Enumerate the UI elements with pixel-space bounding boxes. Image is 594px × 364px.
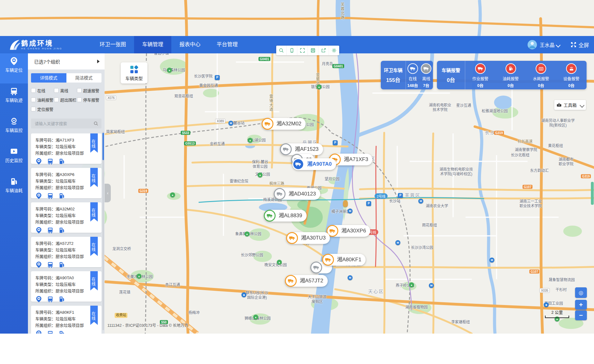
vehicle-marker[interactable]: 湘AL8839 (264, 210, 307, 222)
logo-subtitle: HE CHENG HUAN JING (21, 47, 62, 50)
checkbox[interactable] (77, 97, 82, 102)
nav-tab-vehicle-mgmt[interactable]: 车辆管理 (134, 36, 171, 53)
vehicle-marker[interactable]: 湘AF1523 (280, 143, 323, 155)
locate-vehicle-icon[interactable] (35, 227, 42, 234)
map-place-label: 晚安文化公园 (264, 263, 287, 267)
checkbox[interactable] (31, 97, 36, 102)
locate-vehicle-icon[interactable] (35, 192, 42, 199)
panel-scrollbar-track[interactable] (102, 132, 104, 330)
locate-vehicle-icon[interactable] (35, 296, 42, 303)
camera-icon (10, 117, 18, 126)
track-vehicle-icon[interactable] (47, 158, 54, 165)
locate-button[interactable]: ◎ (575, 287, 587, 298)
filter-checkbox-item[interactable]: 在线 (31, 88, 54, 93)
map-poi-icon (170, 192, 175, 197)
tab-simple-mode[interactable]: 简洁模式 (66, 73, 102, 83)
vehicle-marker[interactable]: 湘A57JT2 (285, 275, 328, 287)
map-poi-icon (241, 292, 246, 297)
nav-tab-report-center[interactable]: 报表中心 (171, 36, 209, 53)
fuel-vehicle-icon[interactable] (58, 227, 65, 234)
filter-checkbox-item[interactable]: 定位报警 (31, 106, 54, 112)
tab-detail-mode[interactable]: 详情模式 (31, 73, 66, 83)
map-place-label: 松雅湖湿地公园 (482, 109, 508, 114)
settings-gear-icon[interactable] (329, 46, 339, 55)
fuel-vehicle-icon[interactable] (58, 296, 65, 303)
sidebar-item-vehicle-location[interactable]: 车辆定位 (0, 53, 28, 83)
map-place-label: 黄花枢纽 (548, 144, 563, 148)
vehicle-marker[interactable]: 湘A30XP6 (326, 225, 370, 237)
search-input[interactable] (34, 121, 93, 126)
zoom-search-icon[interactable] (276, 46, 286, 55)
fuel-vehicle-icon[interactable] (58, 192, 65, 199)
expand-icon[interactable] (297, 46, 308, 55)
alarm-stats-panel: 车辆报警 0台 作业报警 0台 油耗报警 0台 水耗报警 0台 设备报警 0台 (437, 61, 587, 89)
panel-scrollbar-thumb[interactable] (102, 133, 104, 160)
vehicle-marker[interactable]: 湘A30TU3 (286, 232, 330, 244)
vehicle-card[interactable]: 车牌号码：湘A71XF3 车辆类型：垃圾压缩车 所属组织：厨余垃圾项目部 在线 (31, 133, 101, 164)
user-avatar[interactable] (528, 40, 537, 49)
vehicle-marker[interactable]: 湘AD40123 (274, 188, 320, 200)
zoom-in-button[interactable]: + (575, 300, 587, 310)
locate-vehicle-icon[interactable] (35, 261, 42, 268)
vehicle-card[interactable]: 车牌号码：湘A30XP6 车辆类型：垃圾压缩车 所属组织：厨余垃圾项目部 在线 (31, 168, 101, 198)
nav-tab-platform-mgmt[interactable]: 平台管理 (209, 36, 246, 53)
zoom-out-button[interactable]: − (575, 310, 587, 320)
save-icon[interactable] (308, 46, 318, 55)
vehicle-card[interactable]: 车牌号码：湘A32M02 车辆类型：垃圾压缩车 所属组织：厨余垃圾项目部 在线 (31, 202, 101, 233)
vehicle-marker[interactable]: 湘A80KF1 (322, 254, 366, 266)
track-vehicle-icon[interactable] (47, 296, 54, 303)
vehicle-card[interactable]: 车牌号码：湘A80KF1 车辆类型：垃圾压缩车 所属组织：厨余垃圾项目部 在线 (31, 306, 101, 334)
org-selector[interactable]: 已选7个组织 (28, 53, 105, 70)
filter-checkbox-item[interactable]: 超出围栏 (54, 97, 77, 103)
filter-checkbox-item[interactable]: 油耗报警 (31, 97, 54, 103)
sidebar-item-vehicle-track[interactable]: 车辆轨迹 (0, 83, 28, 114)
road-shield: X035 (539, 288, 550, 293)
vehicle-card[interactable]: 车牌号码：湘A90TA0 车辆类型：垃圾压缩车 所属组织：厨余垃圾项目部 在线 (31, 271, 101, 302)
locate-vehicle-icon[interactable] (35, 330, 42, 334)
filter-checkbox-item[interactable]: 离线 (54, 88, 77, 93)
vehicle-marker[interactable]: 湘A32M02 (262, 118, 306, 130)
sidebar-item-vehicle-monitor[interactable]: 车辆监控 (0, 114, 28, 144)
filter-checkbox-item[interactable]: 超速报警 (77, 88, 100, 93)
filter-label: 超出围栏 (60, 97, 76, 103)
vehicle-type-button[interactable]: 车辆类型 (121, 62, 147, 83)
filter-checkbox-item[interactable]: 停车报警 (77, 97, 100, 103)
search-icon[interactable] (93, 121, 98, 126)
arrow-right-icon (97, 60, 100, 63)
vehicle-card[interactable]: 车牌号码：湘A57JT2 车辆类型：垃圾压缩车 所属组织：厨余垃圾项目部 在线 (31, 237, 101, 267)
nav-tab-overview[interactable]: 环卫一张图 (92, 36, 134, 53)
road-shield: G319 (138, 189, 148, 193)
fuel-alarm-stat[interactable]: 油耗报警 0台 (496, 61, 526, 89)
water-alarm-stat[interactable]: 水耗报警 0台 (526, 61, 556, 89)
online-stat[interactable]: 在线 148台 (406, 61, 420, 89)
track-vehicle-icon[interactable] (47, 227, 54, 234)
fuel-vehicle-icon[interactable] (58, 330, 65, 334)
user-name[interactable]: 王水晶 (540, 41, 555, 48)
track-vehicle-icon[interactable] (47, 261, 54, 268)
page-scrollbar-thumb[interactable] (591, 182, 594, 205)
checkbox[interactable] (54, 97, 59, 102)
fullscreen-button[interactable]: 全屏 (570, 41, 589, 49)
toolbox-button[interactable]: 工具箱 (554, 100, 586, 110)
locate-vehicle-icon[interactable] (35, 158, 42, 165)
chevron-down-icon[interactable] (556, 43, 561, 47)
offline-stat[interactable]: 离线 7台 (420, 61, 433, 89)
track-vehicle-icon[interactable] (47, 192, 54, 199)
work-alarm-stat[interactable]: 作业报警 0台 (465, 61, 496, 89)
device-alarm-stat[interactable]: 设备报警 0台 (556, 61, 587, 89)
sidebar-item-vehicle-fuel[interactable]: 车辆油耗 (0, 174, 28, 204)
checkbox[interactable] (54, 88, 59, 93)
track-vehicle-icon[interactable] (47, 330, 54, 334)
vehicle-marker[interactable]: 湘A90TA0 (292, 158, 336, 170)
online-label: 在线 (409, 75, 417, 81)
device-icon[interactable] (286, 46, 297, 55)
checkbox[interactable] (31, 88, 36, 93)
fuel-vehicle-icon[interactable] (58, 158, 65, 165)
panel-collapse-handle[interactable]: ‹ (105, 184, 111, 202)
checkbox[interactable] (77, 88, 82, 93)
checkbox[interactable] (31, 107, 36, 111)
sidebar-item-label: 车辆油耗 (0, 187, 28, 193)
sidebar-item-history-monitor[interactable]: 历史监控 (0, 144, 28, 174)
fuel-vehicle-icon[interactable] (58, 261, 65, 268)
export-icon[interactable] (318, 46, 329, 55)
